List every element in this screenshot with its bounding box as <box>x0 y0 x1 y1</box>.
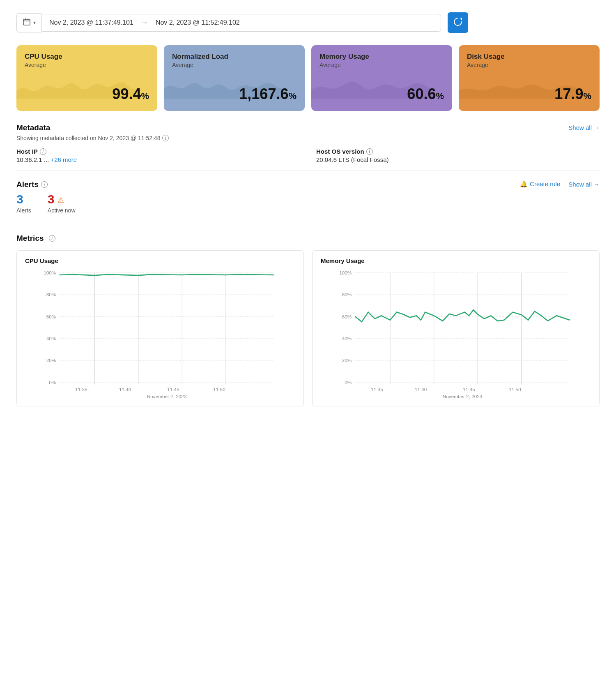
memory-usage-chart-container[interactable]: Memory Usage 100% 80% 60% 40% 20% 0% <box>312 250 600 406</box>
alerts-counts: 3 Alerts 3 ⚠ Active now <box>16 193 600 214</box>
alerts-actions: 🔔 Create rule Show all → <box>520 180 600 188</box>
create-rule-link[interactable]: 🔔 Create rule <box>520 180 560 188</box>
alerts-header: Alerts i 🔔 Create rule Show all → <box>16 180 600 189</box>
svg-text:20%: 20% <box>342 357 352 363</box>
charts-grid: CPU Usage 100% 80% 60% 40% 20% 0% <box>16 250 600 406</box>
host-ip-more-link[interactable]: +26 more <box>51 156 77 163</box>
metadata-host-ip: Host IP i 10.36.2.1 ... +26 more <box>16 148 300 163</box>
metadata-header: Metadata Show all → <box>16 123 600 132</box>
metadata-collected-text: Showing metadata collected on Nov 2, 202… <box>16 135 600 141</box>
memory-usage-svg-chart: 100% 80% 60% 40% 20% 0% 11:35 11:40 11:4… <box>321 268 591 400</box>
bell-icon: 🔔 <box>520 180 528 188</box>
svg-text:40%: 40% <box>342 336 352 341</box>
alerts-arrow-right-icon: → <box>593 181 600 188</box>
time-start: Nov 2, 2023 @ 11:37:49.101 <box>49 19 133 26</box>
disk-card-title: Disk Usage <box>467 53 591 61</box>
disk-usage-card[interactable]: Disk Usage Average 17.9% <box>459 45 600 111</box>
svg-text:0%: 0% <box>49 380 56 385</box>
cpu-card-title: CPU Usage <box>25 53 149 61</box>
metadata-host-os: Host OS version i 20.04.6 LTS (Focal Fos… <box>316 148 600 163</box>
cpu-chart-label: CPU Usage <box>25 257 295 264</box>
total-alerts-count: 3 <box>16 193 23 205</box>
svg-text:11:40: 11:40 <box>415 387 427 392</box>
metadata-show-all-link[interactable]: Show all → <box>568 124 600 131</box>
chevron-down-icon: ▾ <box>33 20 36 25</box>
disk-card-value: 17.9% <box>467 85 591 103</box>
time-end: Nov 2, 2023 @ 11:52:49.102 <box>156 19 240 26</box>
svg-text:11:35: 11:35 <box>75 387 87 392</box>
alerts-info-icon[interactable]: i <box>41 181 48 188</box>
total-alerts-block: 3 Alerts <box>16 193 31 214</box>
svg-text:11:35: 11:35 <box>371 387 383 392</box>
disk-card-subtitle: Average <box>467 62 591 68</box>
active-alerts-block: 3 ⚠ Active now <box>48 193 76 214</box>
mem-card-value: 60.6% <box>319 85 444 103</box>
svg-text:0%: 0% <box>345 380 352 385</box>
svg-text:11:45: 11:45 <box>463 387 475 392</box>
metrics-title: Metrics i <box>16 234 600 243</box>
total-alerts-label: Alerts <box>16 207 31 214</box>
time-range-display[interactable]: Nov 2, 2023 @ 11:37:49.101 → Nov 2, 2023… <box>41 14 441 32</box>
time-arrow: → <box>141 18 148 27</box>
metrics-info-icon[interactable]: i <box>49 235 55 242</box>
memory-usage-card[interactable]: Memory Usage Average 60.6% <box>311 45 452 111</box>
svg-text:80%: 80% <box>342 292 352 297</box>
svg-text:60%: 60% <box>46 314 56 319</box>
svg-text:11:40: 11:40 <box>119 387 131 392</box>
memory-chart-label: Memory Usage <box>321 257 591 264</box>
svg-text:11:50: 11:50 <box>213 387 225 392</box>
warning-triangle-icon: ⚠ <box>57 196 64 205</box>
cpu-card-subtitle: Average <box>25 62 149 68</box>
refresh-button[interactable] <box>448 12 468 33</box>
host-ip-info-icon[interactable]: i <box>40 148 46 155</box>
svg-text:100%: 100% <box>339 270 352 275</box>
cpu-usage-svg-chart: 100% 80% 60% 40% 20% 0% 11:35 11:40 11:4… <box>25 268 295 400</box>
svg-text:11:45: 11:45 <box>167 387 179 392</box>
cpu-usage-chart-container[interactable]: CPU Usage 100% 80% 60% 40% 20% 0% <box>16 250 304 406</box>
svg-text:November 2, 2023: November 2, 2023 <box>443 394 482 399</box>
host-os-info-icon[interactable]: i <box>366 148 373 155</box>
svg-text:60%: 60% <box>342 314 352 319</box>
metadata-grid: Host IP i 10.36.2.1 ... +26 more Host OS… <box>16 148 600 171</box>
metric-cards-grid: CPU Usage Average 99.4% Normalized Load … <box>16 45 600 111</box>
calendar-icon <box>23 18 31 28</box>
svg-text:100%: 100% <box>44 270 56 275</box>
metadata-section: Metadata Show all → Showing metadata col… <box>16 123 600 171</box>
refresh-icon <box>453 17 462 28</box>
calendar-button[interactable]: ▾ <box>16 13 41 32</box>
active-alerts-label: Active now <box>48 207 76 214</box>
cpu-usage-card[interactable]: CPU Usage Average 99.4% <box>16 45 157 111</box>
alerts-section: Alerts i 🔔 Create rule Show all → 3 Aler… <box>16 180 600 223</box>
mem-card-title: Memory Usage <box>319 53 444 61</box>
norm-card-subtitle: Average <box>172 62 297 68</box>
cpu-card-value: 99.4% <box>25 85 149 103</box>
metadata-info-icon[interactable]: i <box>162 135 169 141</box>
svg-rect-0 <box>23 19 30 25</box>
alerts-title: Alerts i <box>16 180 48 189</box>
metadata-title: Metadata <box>16 123 50 132</box>
alerts-show-all-link[interactable]: Show all → <box>568 181 600 188</box>
metrics-section: Metrics i CPU Usage 100% 80% 60% 40% 20%… <box>16 234 600 406</box>
norm-card-title: Normalized Load <box>172 53 297 61</box>
svg-text:November 2, 2023: November 2, 2023 <box>147 394 186 399</box>
norm-load-card[interactable]: Normalized Load Average 1,167.6% <box>164 45 305 111</box>
norm-card-value: 1,167.6% <box>172 85 297 103</box>
svg-text:40%: 40% <box>46 336 56 341</box>
active-alerts-count: 3 <box>48 193 55 205</box>
mem-card-subtitle: Average <box>319 62 444 68</box>
svg-text:80%: 80% <box>46 292 56 297</box>
arrow-right-icon: → <box>593 124 600 131</box>
svg-text:11:50: 11:50 <box>509 387 521 392</box>
svg-text:20%: 20% <box>46 357 56 363</box>
